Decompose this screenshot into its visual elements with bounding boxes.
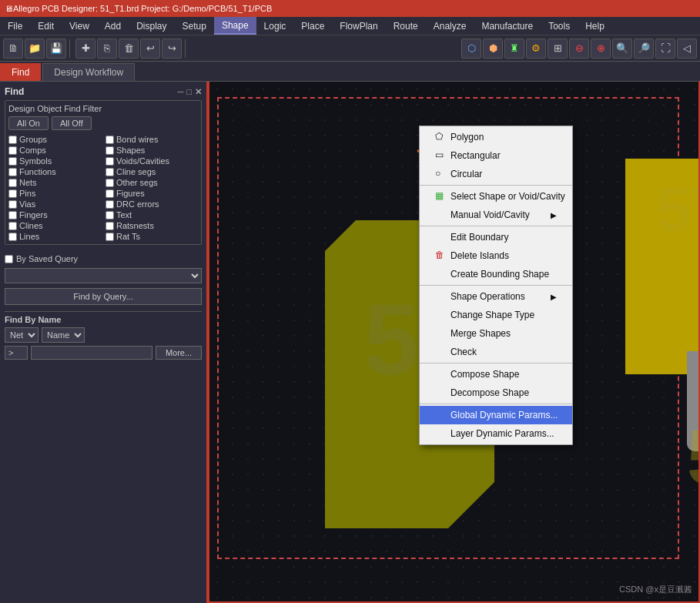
menu-edit[interactable]: Edit [30,17,62,35]
shape-menu-edit-boundary[interactable]: Edit Boundary [420,228,572,246]
fnbn-net-select[interactable]: Net [5,327,39,343]
cb-rat-ts-input[interactable] [106,233,114,241]
filter-title: Design Object Find Filter [8,104,198,113]
cb-comps-input[interactable] [8,146,17,155]
shape-menu-edit-boundary-label: Edit Boundary [450,232,508,243]
saved-query-checkbox[interactable] [5,255,13,263]
cb-figures-input[interactable] [106,189,114,198]
cb-symbols-input[interactable] [8,157,17,166]
toolbar-add[interactable]: ✚ [75,39,95,59]
toolbar-r3[interactable]: ♜ [504,39,524,59]
fnbn-more-btn[interactable]: More... [156,346,202,360]
toolbar-delete[interactable]: 🗑 [119,39,139,59]
cb-text-input[interactable] [106,211,114,219]
shape-menu-decompose[interactable]: Decompose Shape [420,384,572,402]
cb-bond-wires-input[interactable] [106,136,114,144]
shape-menu-compose[interactable]: Compose Shape [420,365,572,384]
fnbn-name-select[interactable]: Name [42,327,85,343]
menu-setup[interactable]: Setup [175,17,214,35]
shape-menu-delete-islands[interactable]: 🗑 Delete Islands [420,246,572,265]
fnbn-gt-input[interactable] [5,346,28,360]
cb-text: Text [106,210,198,219]
menu-add[interactable]: Add [97,17,129,35]
cb-clines-input[interactable] [8,222,17,230]
titlebar-icon: 🖥 [5,4,13,13]
menu-display[interactable]: Display [129,17,174,35]
toolbar-r2[interactable]: ⬢ [483,39,503,59]
toolbar: 🗎 📁 💾 ✚ ⎘ 🗑 ↩ ↪ ⬡ ⬢ ♜ ⚙ ⊞ ⊖ ⊕ 🔍 🔎 ⛶ ◁ [0,35,700,62]
menu-sep-2 [420,226,572,226]
find-panel-controls: ─ □ ✕ [178,87,202,97]
menu-view[interactable]: View [62,17,97,35]
canvas-area[interactable]: 5V0 5V0 5V CSDN @x是豆溅酱 ⬠ Polygon ▭ Recta… [208,82,700,603]
shape-menu-circular[interactable]: ○ Circular [420,165,572,183]
menu-manufacture[interactable]: Manufacture [474,17,541,35]
shape-menu-compose-label: Compose Shape [450,369,519,380]
shape-menu-select-shape-label: Select Shape or Void/Cavity [450,191,565,202]
cb-pins-input[interactable] [8,189,17,198]
cb-voids: Voids/Cavities [106,156,198,166]
cb-lines-input[interactable] [8,233,17,241]
cb-functions-input[interactable] [8,168,17,176]
shape-menu-polygon[interactable]: ⬠ Polygon [420,128,572,146]
toolbar-zoom-in[interactable]: 🔍 [612,39,632,59]
shape-menu-shape-operations[interactable]: Shape Operations ▶ [420,287,572,306]
find-panel-close[interactable]: ✕ [195,87,202,97]
query-dropdown[interactable] [5,268,202,283]
menu-flowplan[interactable]: FlowPlan [332,17,385,35]
cb-shapes-input[interactable] [106,146,114,155]
cb-cline-segs-input[interactable] [106,168,114,176]
cb-ratsnests-input[interactable] [106,222,114,230]
toolbar-save[interactable]: 💾 [46,39,66,59]
menu-tools[interactable]: Tools [541,17,578,35]
shape-menu-check[interactable]: Check [420,343,572,361]
all-on-btn[interactable]: All On [8,116,49,130]
menu-file[interactable]: File [0,17,30,35]
global-dynamic-icon [435,409,447,421]
menu-route[interactable]: Route [386,17,426,35]
shape-menu-change-type[interactable]: Change Shape Type [420,306,572,324]
toolbar-zoom-out[interactable]: 🔎 [634,39,654,59]
menu-analyze[interactable]: Analyze [426,17,474,35]
cb-groups-input[interactable] [8,136,17,144]
toolbar-open[interactable]: 📁 [25,39,45,59]
shape-menu-merge-shapes[interactable]: Merge Shapes [420,324,572,343]
toolbar-r6[interactable]: ⊖ [569,39,589,59]
toolbar-copy[interactable]: ⎘ [97,39,117,59]
menubar: File Edit View Add Display Setup Shape L… [0,17,700,35]
tab-design-workflow[interactable]: Design Workflow [42,63,135,81]
cb-drc-errors-input[interactable] [106,200,114,209]
cb-other-segs-input[interactable] [106,179,114,187]
shape-menu-manual-void[interactable]: Manual Void/Cavity ▶ [420,206,572,224]
cb-nets-input[interactable] [8,179,17,187]
cb-clines: Clines [8,221,101,230]
toolbar-zoom-prev[interactable]: ◁ [677,39,697,59]
shape-menu-global-dynamic[interactable]: Global Dynamic Params... [420,406,572,424]
toolbar-undo[interactable]: ↩ [140,39,160,59]
shape-menu-rectangular[interactable]: ▭ Rectangular [420,146,572,165]
fnbn-name-input[interactable] [31,346,152,360]
find-panel-detach[interactable]: □ [186,87,192,97]
layer-dynamic-icon [435,427,447,440]
menu-logic[interactable]: Logic [256,17,294,35]
toolbar-zoom-fit[interactable]: ⛶ [655,39,675,59]
toolbar-new[interactable]: 🗎 [3,39,23,59]
cb-voids-input[interactable] [106,157,114,166]
tab-find[interactable]: Find [0,63,41,81]
shape-menu-select-shape[interactable]: ▦ Select Shape or Void/Cavity [420,187,572,206]
cb-fingers-input[interactable] [8,211,17,219]
menu-help[interactable]: Help [578,17,612,35]
menu-shape[interactable]: Shape [214,17,256,35]
toolbar-r1[interactable]: ⬡ [461,39,481,59]
find-panel-minimize[interactable]: ─ [178,87,184,97]
shape-menu-create-bounding[interactable]: Create Bounding Shape [420,265,572,283]
toolbar-redo[interactable]: ↪ [162,39,182,59]
toolbar-r5[interactable]: ⊞ [548,39,568,59]
toolbar-r4[interactable]: ⚙ [526,39,546,59]
menu-place[interactable]: Place [293,17,332,35]
all-off-btn[interactable]: All Off [52,116,92,130]
shape-menu-layer-dynamic[interactable]: Layer Dynamic Params... [420,424,572,443]
find-by-query-btn[interactable]: Find by Query... [5,288,202,305]
toolbar-r7[interactable]: ⊕ [591,39,611,59]
cb-vias-input[interactable] [8,200,17,209]
